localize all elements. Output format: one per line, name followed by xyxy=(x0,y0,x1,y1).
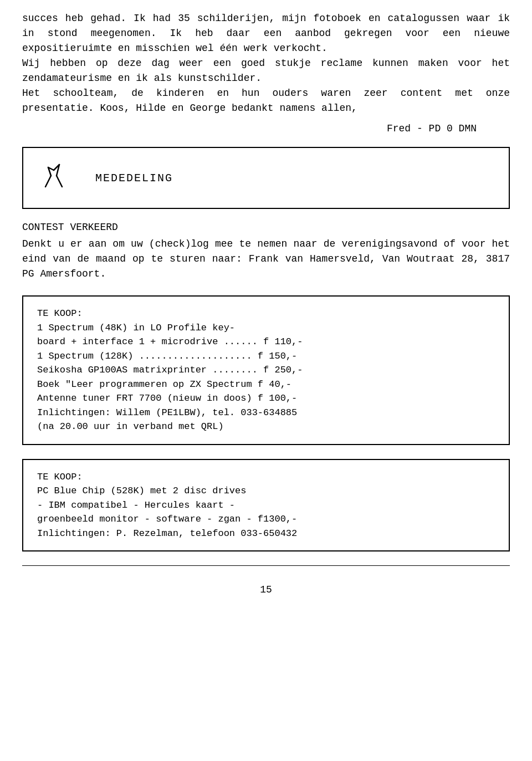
svg-line-5 xyxy=(57,176,62,187)
te-koop-1-title: TE KOOP: xyxy=(37,307,495,321)
contest-title: CONTEST VERKEERD xyxy=(22,220,510,234)
mededeling-title: MEDEDELING xyxy=(95,170,173,186)
contest-section: CONTEST VERKEERD Denkt u er aan om uw (c… xyxy=(22,220,510,282)
list-item: Antenne tuner FRT 7700 (nieuw in doos) f… xyxy=(37,391,495,406)
svg-line-0 xyxy=(45,176,51,187)
list-item: groenbeeld monitor - software - zgan - f… xyxy=(37,512,495,527)
list-item: Inlichtingen: Willem (PE1LBW), tel. 033-… xyxy=(37,406,495,420)
list-item: Seikosha GP100AS matrixprinter ........ … xyxy=(37,363,495,377)
list-item: board + interface 1 + microdrive ...... … xyxy=(37,335,495,349)
page-number: 15 xyxy=(22,583,510,597)
mededeling-icon xyxy=(40,159,79,197)
te-koop-2-lines: PC Blue Chip (528K) met 2 disc drives- I… xyxy=(37,484,495,540)
signature: Fred - PD 0 DMN xyxy=(387,121,477,136)
page-divider xyxy=(22,565,510,566)
list-item: (na 20.00 uur in verband met QRL) xyxy=(37,420,495,434)
te-koop-1-lines: 1 Spectrum (48K) in LO Profile key-board… xyxy=(37,321,495,434)
list-item: 1 Spectrum (128K) .................... f… xyxy=(37,349,495,364)
te-koop-box-1: TE KOOP: 1 Spectrum (48K) in LO Profile … xyxy=(22,295,510,445)
te-koop-box-2: TE KOOP: PC Blue Chip (528K) met 2 disc … xyxy=(22,459,510,552)
list-item: PC Blue Chip (528K) met 2 disc drives xyxy=(37,484,495,498)
mededeling-box: MEDEDELING xyxy=(22,147,510,209)
list-item: Inlichtingen: P. Rezelman, telefoon 033-… xyxy=(37,527,495,541)
list-item: 1 Spectrum (48K) in LO Profile key- xyxy=(37,321,495,335)
list-item: Boek "Leer programmeren op ZX Spectrum f… xyxy=(37,377,495,392)
list-item: - IBM compatibel - Hercules kaart - xyxy=(37,498,495,513)
contest-text: Denkt u er aan om uw (check)log mee te n… xyxy=(22,237,510,282)
intro-text: succes heb gehad. Ik had 35 schilderijen… xyxy=(22,11,510,116)
te-koop-2-title: TE KOOP: xyxy=(37,470,495,484)
